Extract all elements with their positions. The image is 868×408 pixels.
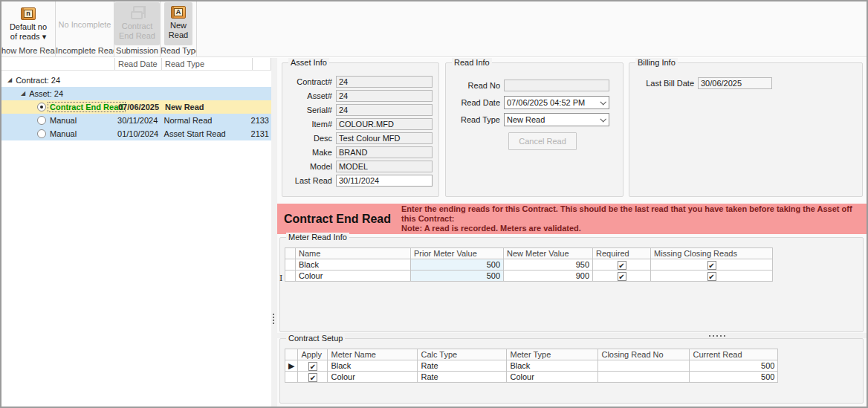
- meter-read-info-group: Meter Read Info Name Prior Meter Value N…: [279, 237, 864, 332]
- contract-setup-row-black[interactable]: ▶ Black Rate Black 500: [285, 360, 778, 372]
- meter-name-cell[interactable]: Colour: [296, 271, 411, 282]
- model-field[interactable]: [336, 161, 433, 172]
- asset-info-group: Asset Info Contract# Asset# Serial# Item…: [282, 62, 439, 197]
- col-header-new-meter-value[interactable]: New Meter Value: [504, 248, 593, 259]
- read-type: Normal Read: [161, 116, 251, 125]
- expander-icon[interactable]: ◢: [21, 91, 25, 97]
- meter-read-row-colour[interactable]: Colour 500 900: [285, 271, 773, 282]
- required-checkbox[interactable]: [618, 272, 626, 281]
- new-meter-value-cell[interactable]: 950: [504, 259, 593, 271]
- read-radio[interactable]: [37, 129, 46, 138]
- chevron-down-icon: [600, 99, 606, 105]
- read-row-manual-1[interactable]: Manual 30/11/2024 Normal Read 2133: [1, 114, 271, 127]
- last-read-label: Last Read: [284, 176, 336, 185]
- apply-checkbox[interactable]: [308, 362, 317, 371]
- contract-setup-row-colour[interactable]: Colour Rate Colour 500: [285, 372, 778, 383]
- contract-end-read-button[interactable]: Contract End Read: [114, 2, 160, 45]
- current-read-cell[interactable]: 500: [690, 360, 778, 372]
- item-number-field[interactable]: [336, 118, 433, 130]
- read-date-combo[interactable]: 07/06/2025 04:52 PM: [504, 96, 609, 109]
- col-header-meter-type[interactable]: Meter Type: [507, 349, 598, 360]
- new-read-button[interactable]: A New Read: [164, 2, 192, 45]
- read-row-manual-2[interactable]: Manual 01/10/2024 Asset Start Read 2131: [1, 127, 271, 140]
- column-header-read-type[interactable]: Read Type: [162, 58, 253, 70]
- asset-number-field[interactable]: [336, 90, 433, 102]
- meter-read-info-title: Meter Read Info: [286, 233, 349, 242]
- read-value: 2131: [251, 129, 271, 138]
- billing-info-title: Billing Info: [635, 58, 678, 67]
- vertical-splitter[interactable]: [271, 58, 277, 407]
- col-header-missing-closing-reads[interactable]: Missing Closing Reads: [651, 248, 773, 259]
- group-caption-incomplete-read: Incomplete Read: [56, 46, 114, 56]
- meter-name-cell[interactable]: Black: [328, 360, 418, 372]
- meter-name-cell[interactable]: Black: [296, 259, 411, 271]
- default-no-of-reads-label-line1: Default no: [10, 22, 47, 32]
- contract-number-label: Contract#: [284, 77, 336, 86]
- read-name: Manual: [50, 116, 77, 125]
- missing-closing-reads-checkbox[interactable]: [707, 272, 716, 281]
- no-incomplete-button[interactable]: No Incomplete: [54, 18, 116, 30]
- required-checkbox[interactable]: [618, 261, 626, 270]
- read-radio[interactable]: [37, 103, 46, 111]
- toolbar-group-incomplete-read: No Incomplete Incomplete Read: [56, 1, 114, 56]
- make-label: Make: [284, 148, 336, 157]
- book-n-icon: n: [21, 7, 36, 20]
- prior-meter-value-cell[interactable]: 500: [411, 271, 504, 282]
- col-header-required[interactable]: Required: [593, 248, 651, 259]
- closing-read-no-cell[interactable]: [598, 360, 690, 372]
- column-header-blank[interactable]: [1, 58, 115, 70]
- read-no-label: Read No: [446, 81, 504, 90]
- read-detail-panel: Asset Info Contract# Asset# Serial# Item…: [277, 58, 867, 407]
- horizontal-splitter[interactable]: [277, 333, 867, 338]
- toolbar-group-submission: Contract End Read Submission: [114, 1, 161, 56]
- meter-name-cell[interactable]: Colour: [328, 372, 418, 383]
- col-header-closing-read-no[interactable]: Closing Read No: [598, 349, 690, 360]
- banner-message-line2: Note: A read is recorded. Meters are val…: [401, 224, 581, 233]
- desc-label: Desc: [284, 134, 336, 143]
- column-header-value[interactable]: [253, 58, 271, 70]
- asset-info-title: Asset Info: [288, 58, 329, 67]
- default-no-of-reads-button[interactable]: n Default no of reads ▾: [5, 5, 51, 42]
- read-type-combo[interactable]: New Read: [504, 113, 609, 126]
- make-field[interactable]: [336, 146, 433, 158]
- calc-type-cell[interactable]: Rate: [418, 360, 507, 372]
- last-bill-date-field[interactable]: [698, 77, 772, 89]
- read-row-contract-end-read[interactable]: Contract End Read 07/06/2025 New Read: [1, 100, 271, 114]
- col-header-current-read[interactable]: Current Read: [690, 349, 778, 360]
- calc-type-cell[interactable]: Rate: [418, 372, 507, 383]
- meter-type-cell[interactable]: Colour: [507, 372, 598, 383]
- current-read-cell[interactable]: 500: [690, 372, 778, 383]
- last-read-field[interactable]: [336, 175, 433, 187]
- read-radio[interactable]: [37, 116, 46, 125]
- new-meter-value-cell[interactable]: 900: [504, 271, 593, 282]
- contract-setup-header-row: Apply Meter Name Calc Type Meter Type Cl…: [285, 349, 778, 360]
- last-bill-date-label: Last Bill Date: [629, 79, 698, 88]
- banner-message: Enter the ending reads for this Contract…: [401, 204, 867, 233]
- contract-end-read-label-line2: End Read: [119, 31, 155, 41]
- meter-type-cell[interactable]: Black: [507, 360, 598, 372]
- column-header-read-date[interactable]: Read Date: [115, 58, 162, 70]
- expander-icon[interactable]: ◢: [7, 77, 12, 83]
- closing-read-no-cell[interactable]: [598, 372, 690, 383]
- col-header-calc-type[interactable]: Calc Type: [418, 349, 507, 360]
- tree-node-contract[interactable]: ◢ Contract: 24: [1, 74, 271, 87]
- prior-meter-value-cell[interactable]: 500: [411, 259, 504, 271]
- read-no-field[interactable]: [504, 80, 609, 91]
- read-date: 07/06/2025: [115, 103, 162, 111]
- apply-checkbox[interactable]: [308, 373, 317, 382]
- missing-closing-reads-checkbox[interactable]: [707, 261, 716, 270]
- col-header-prior-meter-value[interactable]: Prior Meter Value: [411, 248, 504, 259]
- contract-number-field[interactable]: [336, 76, 433, 88]
- current-row-marker: ▶: [285, 360, 298, 372]
- tree-node-asset[interactable]: ◢ Asset: 24: [1, 87, 271, 100]
- read-info-title: Read Info: [452, 58, 492, 67]
- col-header-meter-name[interactable]: Meter Name: [328, 349, 418, 360]
- cancel-read-button[interactable]: Cancel Read: [508, 132, 577, 150]
- group-caption-submission: Submission: [114, 46, 160, 56]
- col-header-apply[interactable]: Apply: [298, 349, 328, 360]
- col-header-name[interactable]: Name: [296, 248, 411, 259]
- desc-field[interactable]: [336, 132, 433, 144]
- new-read-label-line2: Read: [169, 30, 188, 40]
- serial-number-field[interactable]: [336, 104, 433, 116]
- meter-read-row-black[interactable]: Black 500 950: [285, 259, 773, 271]
